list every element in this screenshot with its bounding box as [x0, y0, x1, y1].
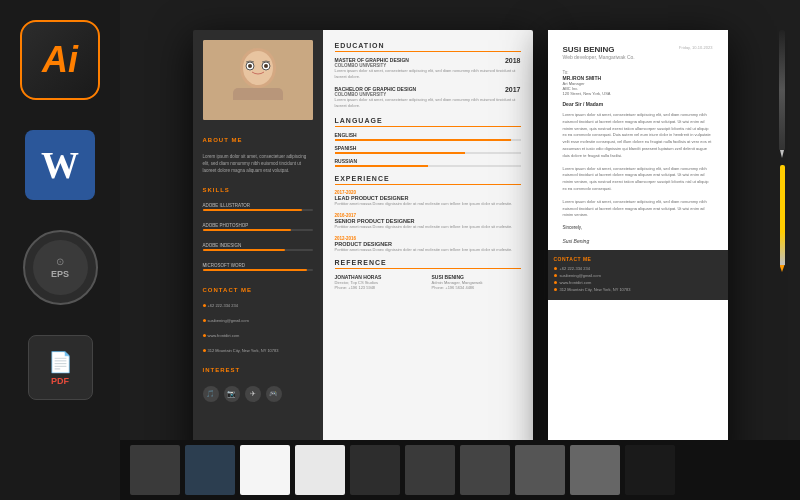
cl-contact-phone: +62 222-334 234	[554, 266, 722, 271]
skill-name-4: MICROSOFT WORD	[203, 263, 313, 268]
resume-main: EDUCATION MASTER OF GRAPHIC DESIGN COLOM…	[323, 30, 533, 470]
exp-item-3: 2012-2016 PRODUCT DESIGNER Porttitor ame…	[335, 236, 521, 253]
word-icon-label: W	[41, 143, 79, 187]
pdf-icon-symbol: 📄	[48, 350, 73, 374]
contact-phone: +62 222-334 234	[203, 303, 313, 308]
language-header: LANGUAGE	[335, 117, 521, 127]
cl-date: Friday, 10-10-2023	[679, 45, 713, 50]
thumb-8[interactable]	[515, 445, 565, 495]
eps-icon-symbol: ⊙	[56, 256, 64, 267]
ai-icon-label: Ai	[42, 39, 78, 81]
desktop: Ai W ⊙ EPS 📄 PDF	[0, 0, 800, 500]
thumb-2[interactable]	[185, 445, 235, 495]
interest-icon-photo: 📷	[224, 386, 240, 402]
ref-item-1: JONATHAN HORAS Director, Top CS Studios …	[335, 274, 424, 290]
lang-spanish: SPANISH	[335, 145, 521, 154]
resume-document: ABOUT ME Lorem ipsum dolor sit amet, con…	[193, 30, 533, 470]
cl-header: SUSI BENING Web developer, Mangariwak Co…	[563, 45, 713, 60]
dock-icon-eps[interactable]: ⊙ EPS	[23, 230, 98, 305]
cl-to-block: To: MR./RON SMITH Art Manager ABC Inc. 1…	[563, 70, 713, 96]
cl-para-1: Lorem ipsum dolor sit amet, consectetuer…	[563, 112, 713, 160]
cl-signature: Susi Bening	[563, 238, 713, 244]
reference-section: REFERENCE JONATHAN HORAS Director, Top C…	[335, 259, 521, 290]
skill-name-1: ADOBE ILLUSTRATOR	[203, 203, 313, 208]
contact-address: 312 Mountain City, New York, NY 10783	[203, 348, 313, 353]
exp-item-2: 2016-2017 SENIOR PRODUCT DESIGNER Portti…	[335, 213, 521, 230]
about-me-text: Lorem ipsum dolor sit amet, consectetuer…	[203, 153, 313, 175]
interest-title: INTEREST	[203, 367, 313, 373]
skill-fill-4	[203, 269, 308, 271]
thumb-6[interactable]	[405, 445, 455, 495]
dock: Ai W ⊙ EPS 📄 PDF	[0, 0, 120, 500]
contact-email: susibening@gmail.com	[203, 318, 313, 323]
eps-icon-label: EPS	[51, 269, 69, 279]
experience-header: EXPERIENCE	[335, 175, 521, 185]
education-section: EDUCATION MASTER OF GRAPHIC DESIGN COLOM…	[335, 42, 521, 109]
skill-illustrator: ADOBE ILLUSTRATOR	[203, 203, 313, 211]
thumb-5[interactable]	[350, 445, 400, 495]
bottom-preview-strip	[120, 440, 800, 500]
edu-item-2: BACHELOR OF GRAPHIC DESIGN COLOMBO UNIVE…	[335, 86, 521, 109]
thumb-10[interactable]	[625, 445, 675, 495]
interest-icon-travel: ✈	[245, 386, 261, 402]
skill-fill-2	[203, 229, 291, 231]
resume-sidebar: ABOUT ME Lorem ipsum dolor sit amet, con…	[193, 30, 323, 470]
references: JONATHAN HORAS Director, Top CS Studios …	[335, 274, 521, 290]
thumb-9[interactable]	[570, 445, 620, 495]
dock-icon-ai[interactable]: Ai	[20, 20, 100, 100]
thumb-7[interactable]	[460, 445, 510, 495]
pencil-object	[780, 165, 785, 265]
thumb-4[interactable]	[295, 445, 345, 495]
content-area: ABOUT ME Lorem ipsum dolor sit amet, con…	[120, 0, 800, 500]
pen-decoration	[779, 30, 785, 265]
skill-indesign: ADOBE INDESIGN	[203, 243, 313, 251]
skill-name-2: ADOBE PHOTOSHOP	[203, 223, 313, 228]
skill-name-3: ADOBE INDESIGN	[203, 243, 313, 248]
cl-closing-block: Sincerely, Susi Bening	[563, 225, 713, 244]
cl-greeting: Dear Sir / Madam	[563, 101, 713, 107]
skill-fill-1	[203, 209, 302, 211]
cl-contact-website: www.frontdirt.com	[554, 280, 722, 285]
svg-rect-8	[203, 100, 313, 120]
skill-fill-3	[203, 249, 286, 251]
exp-item-1: 2017-2020 LEAD PRODUCT DESIGNER Porttito…	[335, 190, 521, 207]
dock-icon-pdf[interactable]: 📄 PDF	[28, 335, 93, 400]
cl-name-block: SUSI BENING Web developer, Mangariwak Co…	[563, 45, 635, 60]
cl-contact-address: 312 Mountain City, New York, NY 10783	[554, 287, 722, 292]
contact-website: www.frontdirt.com	[203, 333, 313, 338]
lang-english: ENGLISH	[335, 132, 521, 141]
photo-svg	[203, 40, 313, 120]
resume-photo	[203, 40, 313, 120]
dock-icon-word[interactable]: W	[25, 130, 95, 200]
cl-contact-title: Contact Me	[554, 256, 722, 262]
cl-para-3: Lorem ipsum dolor sit amet, consectetuer…	[563, 199, 713, 219]
skill-word: MICROSOFT WORD	[203, 263, 313, 271]
thumb-3[interactable]	[240, 445, 290, 495]
interest-icons: 🎵 📷 ✈ 🎮	[203, 386, 313, 402]
pen-object	[779, 30, 785, 150]
about-me-title: ABOUT ME	[203, 137, 313, 143]
ref-item-2: SUSI BENING Admin Manager, Mangarwak Pho…	[432, 274, 521, 290]
skill-photoshop: ADOBE PHOTOSHOP	[203, 223, 313, 231]
cl-contact-email: susibening@gmail.com	[554, 273, 722, 278]
cl-contact-section: Contact Me +62 222-334 234 susibening@gm…	[548, 250, 728, 300]
cover-letter-document: SUSI BENING Web developer, Mangariwak Co…	[548, 30, 728, 470]
thumb-1[interactable]	[130, 445, 180, 495]
eps-inner: ⊙ EPS	[33, 240, 88, 295]
edu-item-1: MASTER OF GRAPHIC DESIGN COLOMBO UNIVERS…	[335, 57, 521, 80]
skills-title: SKILLS	[203, 187, 313, 193]
svg-point-6	[264, 64, 268, 68]
contact-me-title: CONTACT ME	[203, 287, 313, 293]
lang-russian: RUSSIAN	[335, 158, 521, 167]
svg-point-5	[248, 64, 252, 68]
pdf-icon-label: PDF	[51, 376, 69, 386]
education-header: EDUCATION	[335, 42, 521, 52]
interest-icon-music: 🎵	[203, 386, 219, 402]
experience-section: EXPERIENCE 2017-2020 LEAD PRODUCT DESIGN…	[335, 175, 521, 253]
photo-placeholder	[203, 40, 313, 120]
language-section: LANGUAGE ENGLISH SPANISH RUSSIAN	[335, 117, 521, 167]
cl-para-2: Lorem ipsum dolor sit amet, consectetuer…	[563, 166, 713, 193]
interest-icon-game: 🎮	[266, 386, 282, 402]
reference-header: REFERENCE	[335, 259, 521, 269]
